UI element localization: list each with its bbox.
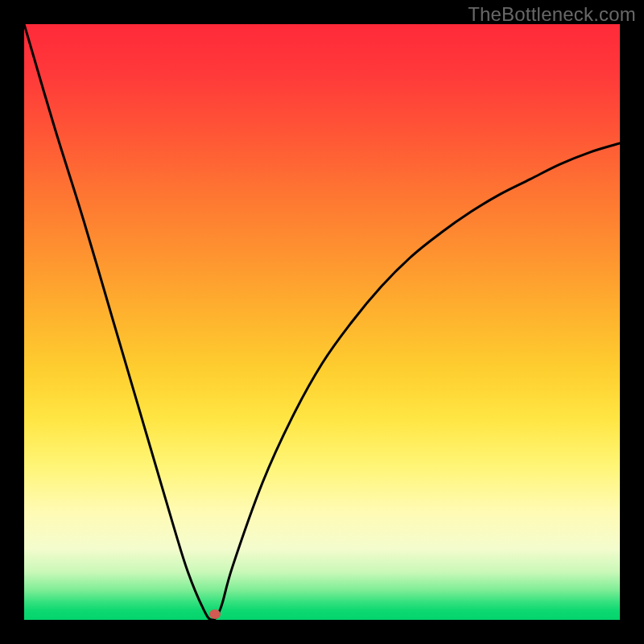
- minimum-marker: [209, 609, 221, 619]
- curve-svg: [24, 24, 620, 620]
- watermark-text: TheBottleneck.com: [468, 3, 636, 26]
- chart-frame: TheBottleneck.com: [0, 0, 644, 644]
- plot-area: [24, 24, 620, 620]
- bottleneck-curve: [24, 24, 620, 620]
